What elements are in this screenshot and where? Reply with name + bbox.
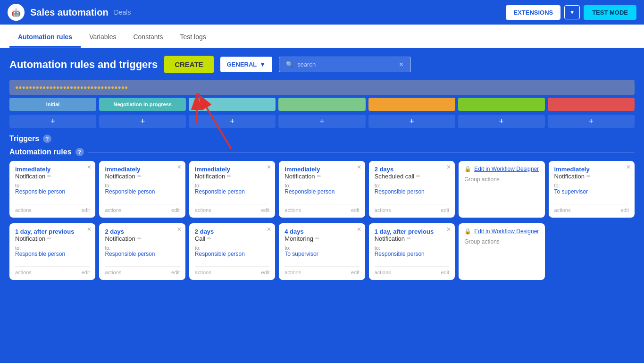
card-11-type-edit[interactable]: ✏ (315, 236, 319, 242)
card-9-type-edit[interactable]: ✏ (137, 236, 142, 242)
rule-card-3: ✕ immediately Notification ✏ to: Respons… (189, 161, 275, 218)
card-3-close-button[interactable]: ✕ (267, 164, 271, 170)
stage-add-3[interactable]: + (189, 115, 276, 128)
card-3-time: immediately (195, 166, 269, 173)
stage-add-5[interactable]: + (368, 115, 455, 128)
card-10-time: 2 days (195, 228, 269, 235)
card-12-footer: actions edit (375, 266, 449, 275)
stage-add-row: + + + + + + + (9, 115, 635, 128)
card-3-type-edit[interactable]: ✏ (227, 173, 231, 179)
card-7-close-button[interactable]: ✕ (626, 164, 631, 170)
card-1-type-edit[interactable]: ✏ (47, 173, 51, 179)
general-dropdown-button[interactable]: GENERAL ▼ (220, 57, 272, 72)
card-4-type-edit[interactable]: ✏ (317, 173, 321, 179)
card-5-to-label: to: (375, 183, 449, 188)
stage-2[interactable]: Negotiation in progress (99, 98, 186, 111)
card-5-type-edit[interactable]: ✏ (416, 173, 420, 179)
card-4-time: immediately (284, 166, 359, 173)
card-9-edit[interactable]: edit (171, 270, 180, 275)
card-10-type-edit[interactable]: ✏ (207, 236, 211, 242)
card-2-edit[interactable]: edit (171, 207, 180, 213)
stage-4[interactable] (278, 98, 365, 111)
tab-automation-rules[interactable]: Automation rules (9, 27, 81, 48)
tab-test-logs[interactable]: Test logs (172, 27, 215, 48)
card-9-close-button[interactable]: ✕ (177, 226, 182, 233)
stage-add-4[interactable]: + (278, 115, 365, 128)
card-7-edit[interactable]: edit (620, 207, 629, 213)
card-1-edit[interactable]: edit (82, 207, 90, 213)
workflow-designer-link-2[interactable]: Edit in Workflow Designer (474, 228, 539, 235)
search-clear-button[interactable]: ✕ (399, 61, 404, 68)
automation-rules-help-icon[interactable]: ? (75, 148, 84, 156)
rule-cards-row-2: ✕ 1 day, after previous Notification ✏ t… (9, 223, 635, 280)
card-5-edit[interactable]: edit (441, 207, 449, 213)
card-4-close-button[interactable]: ✕ (357, 164, 361, 170)
card-8-type-edit[interactable]: ✏ (47, 236, 51, 242)
pipeline-title: ●●●●●●●●●●●●●●●●●●●●●●●●●●●●●●●●● (15, 84, 128, 91)
card-5-close-button[interactable]: ✕ (446, 164, 451, 170)
stage-5[interactable] (368, 98, 455, 111)
card-3-edit[interactable]: edit (261, 207, 270, 213)
stage-add-2[interactable]: + (99, 115, 186, 128)
card-4-footer: actions edit (284, 204, 359, 213)
card-4-edit[interactable]: edit (351, 207, 360, 213)
card-8-footer: actions edit (15, 266, 90, 275)
automation-rules-section-label: Automation rules ? (9, 148, 635, 156)
section-header: Automation rules and triggers CREATE GEN… (9, 56, 635, 73)
workflow-designer-link-1[interactable]: Edit in Workflow Designer (474, 166, 539, 172)
card-11-close-button[interactable]: ✕ (357, 226, 361, 233)
card-7-actions[interactable]: actions (554, 207, 571, 213)
card-7-type-edit[interactable]: ✏ (586, 173, 591, 179)
card-9-to-label: to: (105, 245, 179, 251)
card-7-to-label: to: (554, 183, 629, 188)
card-1-close-button[interactable]: ✕ (87, 164, 92, 170)
card-1-actions[interactable]: actions (15, 207, 32, 213)
tab-constants[interactable]: Constants (125, 27, 171, 48)
stage-7[interactable] (548, 98, 635, 111)
card-5-actions[interactable]: actions (375, 207, 391, 213)
lock-icon-2: 🔒 (464, 228, 471, 235)
stage-3[interactable] (189, 98, 276, 111)
card-7-person: To supervisor (554, 188, 629, 195)
card-10-actions[interactable]: actions (195, 270, 211, 275)
card-12-edit[interactable]: edit (441, 270, 449, 275)
extensions-dropdown-button[interactable]: ▼ (564, 5, 580, 19)
rule-card-5: ✕ 2 days Scheduled call ✏ to: Responsibl… (369, 161, 455, 218)
card-12-actions[interactable]: actions (375, 270, 391, 275)
stage-6[interactable] (458, 98, 545, 111)
card-8-person: Responsible person (15, 251, 90, 257)
card-3-actions[interactable]: actions (195, 207, 211, 213)
search-input[interactable] (297, 61, 395, 68)
search-box[interactable]: 🔍 ✕ (279, 57, 411, 72)
search-icon: 🔍 (286, 61, 293, 68)
testmode-button[interactable]: TEST MODE (584, 5, 636, 20)
card-8-edit[interactable]: edit (82, 270, 90, 275)
card-10-edit[interactable]: edit (261, 270, 270, 275)
card-11-type: Monitoring ✏ (284, 235, 359, 242)
stage-add-1[interactable]: + (9, 115, 96, 128)
rule-card-4: ✕ immediately Notification ✏ to: Respons… (279, 161, 365, 218)
rule-card-11: ✕ 4 days Monitoring ✏ to: To supervisor … (279, 223, 365, 280)
card-2-footer: actions edit (105, 204, 179, 213)
tab-variables[interactable]: Variables (81, 27, 125, 48)
card-12-close-button[interactable]: ✕ (446, 226, 451, 233)
card-12-type-edit[interactable]: ✏ (407, 236, 411, 242)
card-10-close-button[interactable]: ✕ (267, 226, 271, 233)
card-11-edit[interactable]: edit (351, 270, 360, 275)
create-button[interactable]: CREATE (164, 56, 214, 73)
card-8-close-button[interactable]: ✕ (87, 226, 92, 233)
card-2-actions[interactable]: actions (105, 207, 121, 213)
stage-add-7[interactable]: + (548, 115, 635, 128)
card-8-actions[interactable]: actions (15, 270, 32, 275)
stage-add-6[interactable]: + (458, 115, 545, 128)
stage-1[interactable]: Initial (9, 98, 96, 111)
card-9-type: Notification ✏ (105, 235, 179, 242)
card-11-actions[interactable]: actions (284, 270, 301, 275)
card-2-type-edit[interactable]: ✏ (137, 173, 142, 179)
extensions-button[interactable]: EXTENSIONS (506, 5, 560, 20)
triggers-help-icon[interactable]: ? (43, 135, 51, 143)
card-9-actions[interactable]: actions (105, 270, 121, 275)
card-4-actions[interactable]: actions (284, 207, 301, 213)
card-2-close-button[interactable]: ✕ (177, 164, 182, 170)
lock-icon-1: 🔒 (464, 166, 471, 172)
